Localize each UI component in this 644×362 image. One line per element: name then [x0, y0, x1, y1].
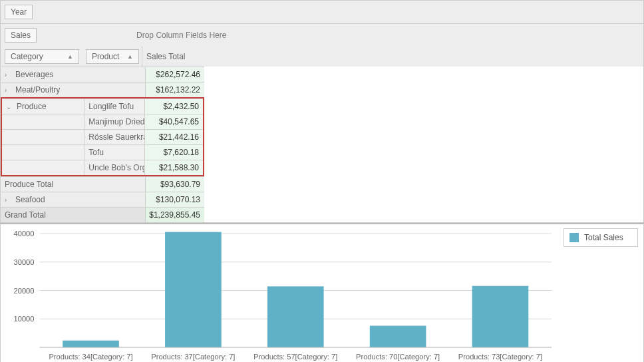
- product-row[interactable]: Rössle Sauerkraut $21,442.16: [2, 129, 203, 144]
- chevron-right-icon[interactable]: ›: [5, 196, 11, 204]
- bar[interactable]: [472, 286, 529, 347]
- row-field-product[interactable]: Product ▲: [86, 49, 139, 64]
- category-row-expanded[interactable]: ⌄Produce Longlife Tofu $2,432.50: [2, 98, 203, 114]
- svg-text:Products: 57[Category: 7]: Products: 57[Category: 7]: [253, 353, 337, 361]
- product-row[interactable]: Tofu $7,620.18: [2, 144, 203, 160]
- category-row[interactable]: ›Beverages $262,572.46: [1, 67, 204, 82]
- product-row[interactable]: Manjimup Dried A... $40,547.65: [2, 114, 203, 129]
- field-label: Sales: [11, 31, 31, 40]
- chart-plot: 10000200003000040000Products: 34[Categor…: [6, 228, 558, 362]
- svg-text:20000: 20000: [14, 287, 35, 295]
- value-header: Sales Total: [142, 47, 200, 67]
- bar[interactable]: [63, 341, 119, 347]
- svg-text:30000: 30000: [14, 258, 35, 266]
- legend-label: Total Sales: [584, 233, 623, 242]
- svg-text:Products: 37[Category: 7]: Products: 37[Category: 7]: [151, 353, 235, 361]
- column-drop-hint[interactable]: Drop Column Fields Here: [43, 31, 643, 40]
- grand-total-row: Grand Total $1,239,855.45: [1, 207, 204, 222]
- field-label: Category: [11, 52, 43, 61]
- row-field-category[interactable]: Category ▲: [5, 49, 79, 64]
- field-label: Product: [92, 52, 119, 61]
- subtotal-row: Produce Total $93,630.79: [1, 176, 204, 192]
- legend-swatch: [569, 233, 579, 242]
- svg-text:Products: 70[Category: 7]: Products: 70[Category: 7]: [356, 353, 440, 361]
- sort-asc-icon: ▲: [127, 53, 133, 60]
- bar[interactable]: [165, 232, 222, 348]
- sort-asc-icon: ▲: [67, 53, 73, 60]
- field-label: Year: [11, 7, 27, 17]
- svg-text:40000: 40000: [14, 230, 35, 238]
- data-field-sales[interactable]: Sales: [5, 28, 37, 43]
- svg-text:Products: 73[Category: 7]: Products: 73[Category: 7]: [458, 353, 542, 361]
- chevron-down-icon[interactable]: ⌄: [6, 103, 13, 110]
- chevron-right-icon[interactable]: ›: [5, 71, 11, 79]
- pivot-body: ›Beverages $262,572.46 ›Meat/Poultry $16…: [1, 67, 204, 222]
- pivot-filter-area[interactable]: Year: [1, 1, 643, 24]
- chevron-right-icon[interactable]: ›: [5, 87, 11, 94]
- filter-field-year[interactable]: Year: [5, 5, 33, 19]
- bar[interactable]: [267, 286, 324, 347]
- product-row[interactable]: Uncle Bob's Orga... $21,588.30: [2, 160, 203, 175]
- category-row[interactable]: ›Meat/Poultry $162,132.22: [1, 82, 204, 97]
- chart-legend: Total Sales: [564, 228, 638, 247]
- pivot-row-header: Category ▲ Product ▲ Sales Total: [1, 47, 643, 67]
- svg-text:10000: 10000: [14, 315, 35, 323]
- pivot-grid: Year Sales Drop Column Fields Here Categ…: [0, 0, 644, 223]
- selected-category-block: ⌄Produce Longlife Tofu $2,432.50 Manjimu…: [1, 97, 204, 176]
- chart-region: 10000200003000040000Products: 34[Categor…: [0, 223, 644, 362]
- category-row[interactable]: ›Seafood $130,070.13: [1, 192, 204, 207]
- pivot-data-column-area: Sales Drop Column Fields Here: [1, 24, 643, 47]
- bar[interactable]: [370, 326, 426, 348]
- svg-text:Products: 34[Category: 7]: Products: 34[Category: 7]: [49, 353, 132, 361]
- bar-chart: 10000200003000040000Products: 34[Categor…: [6, 228, 558, 362]
